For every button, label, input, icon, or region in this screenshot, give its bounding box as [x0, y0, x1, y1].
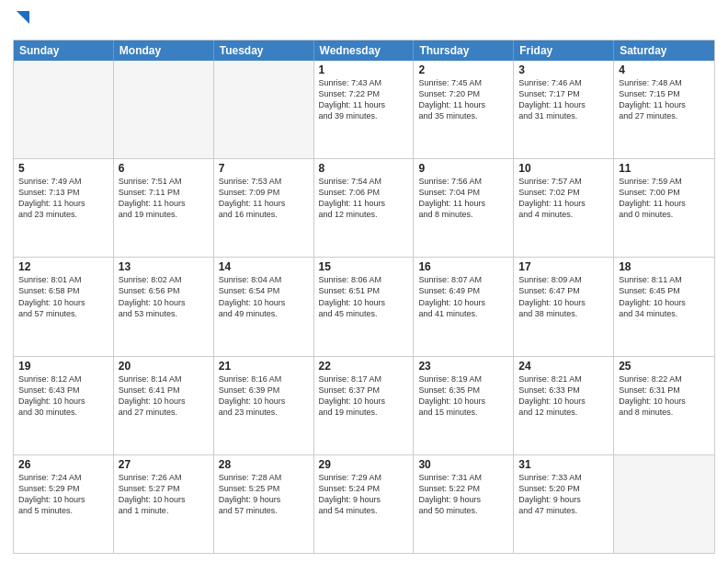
calendar-cell: 6Sunrise: 7:51 AM Sunset: 7:11 PM Daylig…: [114, 159, 214, 257]
day-info: Sunrise: 7:26 AM Sunset: 5:27 PM Dayligh…: [119, 472, 209, 517]
day-info: Sunrise: 8:22 AM Sunset: 6:31 PM Dayligh…: [619, 373, 710, 419]
calendar-cell: 29Sunrise: 7:29 AM Sunset: 5:24 PM Dayli…: [314, 455, 415, 553]
weekday-header-sunday: Sunday: [14, 40, 114, 61]
day-number: 3: [518, 63, 609, 76]
calendar-cell: 28Sunrise: 7:28 AM Sunset: 5:25 PM Dayli…: [214, 455, 314, 553]
day-info: Sunrise: 7:29 AM Sunset: 5:24 PM Dayligh…: [319, 472, 409, 517]
calendar-cell: 30Sunrise: 7:31 AM Sunset: 5:22 PM Dayli…: [414, 455, 514, 553]
day-number: 6: [119, 162, 209, 175]
day-info: Sunrise: 7:56 AM Sunset: 7:04 PM Dayligh…: [418, 176, 508, 221]
weekday-header-wednesday: Wednesday: [314, 40, 415, 61]
calendar-cell: 20Sunrise: 8:14 AM Sunset: 6:41 PM Dayli…: [114, 357, 214, 454]
calendar-cell: 27Sunrise: 7:26 AM Sunset: 5:27 PM Dayli…: [114, 455, 214, 553]
calendar-cell: 9Sunrise: 7:56 AM Sunset: 7:04 PM Daylig…: [414, 159, 514, 257]
day-info: Sunrise: 7:31 AM Sunset: 5:22 PM Dayligh…: [418, 472, 508, 517]
day-info: Sunrise: 8:09 AM Sunset: 6:47 PM Dayligh…: [518, 274, 609, 319]
day-number: 17: [518, 260, 609, 273]
day-number: 9: [418, 162, 508, 175]
day-number: 8: [319, 162, 409, 175]
day-info: Sunrise: 8:17 AM Sunset: 6:37 PM Dayligh…: [319, 373, 409, 419]
calendar-row-3: 19Sunrise: 8:12 AM Sunset: 6:43 PM Dayli…: [14, 356, 714, 454]
calendar-cell: 16Sunrise: 8:07 AM Sunset: 6:49 PM Dayli…: [414, 258, 514, 355]
day-number: 31: [518, 458, 609, 471]
day-info: Sunrise: 8:14 AM Sunset: 6:41 PM Dayligh…: [119, 373, 209, 419]
calendar-cell: 10Sunrise: 7:57 AM Sunset: 7:02 PM Dayli…: [514, 159, 614, 257]
day-number: 27: [119, 458, 209, 471]
calendar-cell: 17Sunrise: 8:09 AM Sunset: 6:47 PM Dayli…: [514, 258, 614, 355]
logo-triangle-icon: [15, 7, 31, 28]
calendar-cell: 24Sunrise: 8:21 AM Sunset: 6:33 PM Dayli…: [514, 357, 614, 454]
day-number: 21: [219, 360, 309, 373]
day-info: Sunrise: 7:49 AM Sunset: 7:13 PM Dayligh…: [18, 176, 108, 221]
calendar-cell: 18Sunrise: 8:11 AM Sunset: 6:45 PM Dayli…: [614, 258, 714, 355]
calendar-row-4: 26Sunrise: 7:24 AM Sunset: 5:29 PM Dayli…: [14, 454, 714, 553]
weekday-header-tuesday: Tuesday: [214, 40, 314, 61]
day-info: Sunrise: 8:06 AM Sunset: 6:51 PM Dayligh…: [319, 274, 409, 319]
day-info: Sunrise: 7:33 AM Sunset: 5:20 PM Dayligh…: [518, 472, 609, 517]
calendar-cell: 15Sunrise: 8:06 AM Sunset: 6:51 PM Dayli…: [314, 258, 415, 355]
page: SundayMondayTuesdayWednesdayThursdayFrid…: [0, 0, 728, 563]
calendar-row-2: 12Sunrise: 8:01 AM Sunset: 6:58 PM Dayli…: [14, 257, 714, 355]
day-number: 29: [319, 458, 409, 471]
calendar-cell: 14Sunrise: 8:04 AM Sunset: 6:54 PM Dayli…: [214, 258, 314, 355]
day-info: Sunrise: 8:07 AM Sunset: 6:49 PM Dayligh…: [418, 274, 508, 319]
day-number: 24: [518, 360, 609, 373]
day-info: Sunrise: 8:02 AM Sunset: 6:56 PM Dayligh…: [119, 274, 209, 319]
day-number: 30: [418, 458, 508, 471]
day-number: 23: [418, 360, 508, 373]
calendar-cell: 25Sunrise: 8:22 AM Sunset: 6:31 PM Dayli…: [614, 357, 714, 454]
svg-marker-0: [17, 11, 29, 24]
day-number: 15: [319, 260, 409, 273]
day-info: Sunrise: 7:51 AM Sunset: 7:11 PM Dayligh…: [119, 176, 209, 221]
day-number: 13: [119, 260, 209, 273]
day-info: Sunrise: 8:01 AM Sunset: 6:58 PM Dayligh…: [18, 274, 108, 319]
day-number: 18: [619, 260, 710, 273]
day-info: Sunrise: 8:11 AM Sunset: 6:45 PM Dayligh…: [619, 274, 710, 319]
day-number: 26: [18, 458, 108, 471]
day-info: Sunrise: 7:59 AM Sunset: 7:00 PM Dayligh…: [619, 176, 710, 221]
calendar-cell: 22Sunrise: 8:17 AM Sunset: 6:37 PM Dayli…: [314, 357, 415, 454]
day-info: Sunrise: 8:12 AM Sunset: 6:43 PM Dayligh…: [18, 373, 108, 419]
day-info: Sunrise: 8:21 AM Sunset: 6:33 PM Dayligh…: [518, 373, 609, 419]
calendar-cell: 3Sunrise: 7:46 AM Sunset: 7:17 PM Daylig…: [514, 61, 614, 158]
calendar-cell: 12Sunrise: 8:01 AM Sunset: 6:58 PM Dayli…: [14, 258, 114, 355]
calendar-cell: [614, 455, 714, 553]
day-info: Sunrise: 7:45 AM Sunset: 7:20 PM Dayligh…: [418, 77, 508, 122]
calendar-cell: 23Sunrise: 8:19 AM Sunset: 6:35 PM Dayli…: [414, 357, 514, 454]
header: [13, 9, 715, 34]
calendar-cell: 7Sunrise: 7:53 AM Sunset: 7:09 PM Daylig…: [214, 159, 314, 257]
calendar-body: 1Sunrise: 7:43 AM Sunset: 7:22 PM Daylig…: [14, 61, 714, 553]
calendar-cell: 4Sunrise: 7:48 AM Sunset: 7:15 PM Daylig…: [614, 61, 714, 158]
calendar-cell: 21Sunrise: 8:16 AM Sunset: 6:39 PM Dayli…: [214, 357, 314, 454]
day-info: Sunrise: 7:43 AM Sunset: 7:22 PM Dayligh…: [319, 77, 409, 122]
calendar-row-0: 1Sunrise: 7:43 AM Sunset: 7:22 PM Daylig…: [14, 61, 714, 158]
calendar: SundayMondayTuesdayWednesdayThursdayFrid…: [13, 40, 715, 554]
weekday-header-saturday: Saturday: [614, 40, 714, 61]
day-info: Sunrise: 7:28 AM Sunset: 5:25 PM Dayligh…: [219, 472, 309, 517]
calendar-cell: 19Sunrise: 8:12 AM Sunset: 6:43 PM Dayli…: [14, 357, 114, 454]
calendar-cell: 11Sunrise: 7:59 AM Sunset: 7:00 PM Dayli…: [614, 159, 714, 257]
day-info: Sunrise: 8:19 AM Sunset: 6:35 PM Dayligh…: [418, 373, 508, 419]
weekday-header-monday: Monday: [114, 40, 214, 61]
day-info: Sunrise: 7:53 AM Sunset: 7:09 PM Dayligh…: [219, 176, 309, 221]
calendar-cell: [114, 61, 214, 158]
day-number: 25: [619, 360, 710, 373]
logo: [13, 9, 31, 34]
day-number: 28: [219, 458, 309, 471]
calendar-cell: 8Sunrise: 7:54 AM Sunset: 7:06 PM Daylig…: [314, 159, 415, 257]
day-number: 20: [119, 360, 209, 373]
calendar-cell: [14, 61, 114, 158]
day-number: 1: [319, 63, 409, 76]
calendar-cell: 31Sunrise: 7:33 AM Sunset: 5:20 PM Dayli…: [514, 455, 614, 553]
logo-text: [13, 9, 31, 34]
day-number: 7: [219, 162, 309, 175]
calendar-header: SundayMondayTuesdayWednesdayThursdayFrid…: [14, 40, 714, 61]
calendar-row-1: 5Sunrise: 7:49 AM Sunset: 7:13 PM Daylig…: [14, 158, 714, 257]
weekday-header-thursday: Thursday: [414, 40, 514, 61]
day-number: 12: [18, 260, 108, 273]
day-info: Sunrise: 7:48 AM Sunset: 7:15 PM Dayligh…: [619, 77, 710, 122]
day-number: 11: [619, 162, 710, 175]
day-info: Sunrise: 8:16 AM Sunset: 6:39 PM Dayligh…: [219, 373, 309, 419]
day-info: Sunrise: 7:54 AM Sunset: 7:06 PM Dayligh…: [319, 176, 409, 221]
day-info: Sunrise: 7:57 AM Sunset: 7:02 PM Dayligh…: [518, 176, 609, 221]
